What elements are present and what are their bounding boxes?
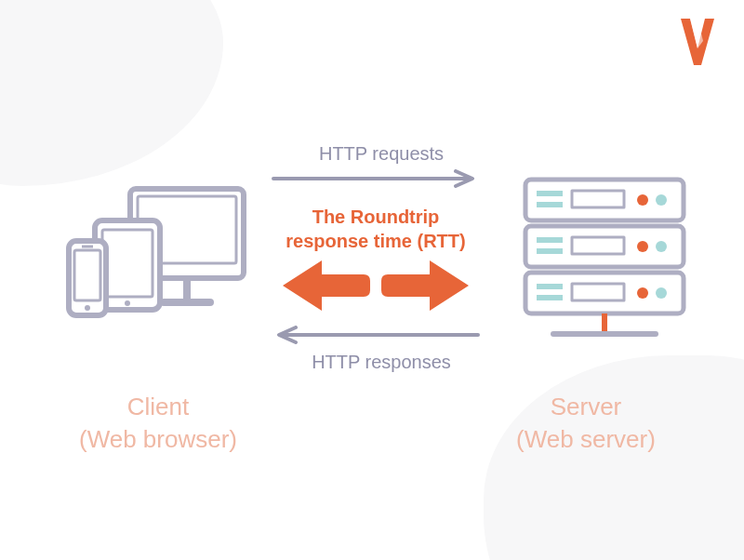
- http-requests-label: HTTP requests: [288, 143, 474, 165]
- rtt-title: The Roundtrip response time (RTT): [275, 205, 476, 253]
- svg-point-27: [637, 287, 648, 299]
- client-caption-line1: Client: [127, 393, 189, 420]
- svg-rect-20: [537, 248, 563, 254]
- client-caption-line2: (Web browser): [79, 425, 237, 453]
- client-caption: Client (Web browser): [56, 391, 260, 456]
- rtt-title-line2: response time (RTT): [286, 231, 465, 251]
- svg-rect-19: [537, 237, 563, 243]
- svg-point-28: [656, 287, 667, 299]
- svg-rect-15: [537, 202, 563, 207]
- client-devices-icon: [65, 181, 251, 330]
- server-caption-line1: Server: [551, 393, 622, 420]
- arrow-left-icon: [270, 326, 482, 344]
- rtt-arrows-icon: [275, 259, 476, 313]
- svg-point-22: [637, 241, 648, 252]
- svg-rect-25: [537, 295, 563, 300]
- diagram-content: HTTP requests The Roundtrip response tim…: [0, 0, 744, 560]
- svg-point-6: [125, 300, 130, 306]
- svg-point-18: [656, 194, 667, 206]
- svg-rect-24: [537, 284, 563, 289]
- server-caption: Server (Web server): [484, 391, 688, 456]
- svg-point-17: [637, 194, 648, 206]
- arrow-right-icon: [270, 169, 482, 188]
- server-icon: [516, 172, 693, 358]
- http-responses-label: HTTP responses: [288, 352, 474, 373]
- server-caption-line2: (Web server): [516, 425, 656, 453]
- svg-rect-14: [537, 191, 563, 196]
- svg-point-23: [656, 241, 667, 252]
- svg-point-10: [85, 305, 90, 311]
- rtt-title-line1: The Roundtrip: [312, 207, 440, 227]
- logo-icon: [677, 17, 718, 69]
